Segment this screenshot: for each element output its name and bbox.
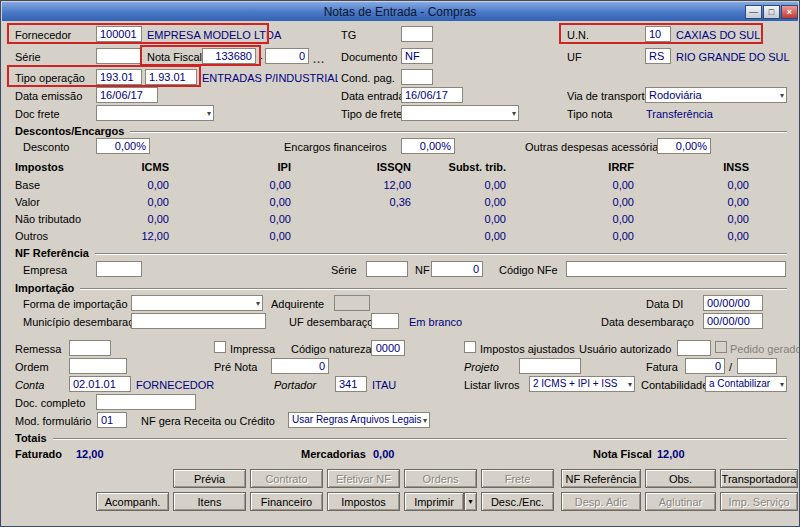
cond-pag-field[interactable] (401, 69, 433, 85)
importacao-section-header: Importação (15, 281, 787, 295)
nota-fiscal-sub-field[interactable]: 0 (265, 48, 309, 64)
municipio-desembaraco-field[interactable] (131, 313, 266, 329)
documento-label: Documento (341, 50, 397, 64)
encargos-field[interactable]: 0,00% (401, 138, 455, 154)
data-desembaraco-field[interactable]: 00/00/00 (703, 313, 763, 329)
impostos-button[interactable]: Impostos (327, 492, 400, 511)
tax-value: 0,00 (221, 212, 291, 226)
nf-referencia-button[interactable]: NF Referência (561, 469, 641, 488)
impressa-checkbox[interactable] (214, 341, 226, 353)
adquirente-field (334, 295, 370, 311)
transportadora-button[interactable]: Transportadora (720, 469, 798, 488)
data-di-field[interactable]: 00/00/00 (703, 295, 763, 311)
tax-value: 0,00 (679, 178, 749, 192)
uf-desembaraco-field[interactable] (371, 313, 399, 329)
fatura-field-2[interactable] (737, 358, 777, 374)
mod-formulario-label: Mod. formulário (15, 414, 91, 428)
descontos-section-header: Descontos/Encargos (15, 124, 787, 138)
projeto-label: Projeto (464, 360, 499, 374)
desconto-field[interactable]: 0,00% (96, 138, 150, 154)
un-name-text: CAXIAS DO SUL (676, 28, 760, 42)
imprimir-dropdown-button[interactable]: ▾ (464, 492, 477, 511)
impostos-row-valor: Valor 0,00 0,00 0,36 0,00 0,00 0,00 (1, 195, 799, 210)
tax-value: 0,00 (221, 195, 291, 209)
tipo-operacao-code-field[interactable]: 193.01 (96, 69, 142, 85)
impostos-ajustados-checkbox[interactable] (464, 341, 476, 353)
usuario-autorizado-field[interactable] (677, 340, 711, 356)
close-button[interactable]: × (781, 5, 798, 19)
data-entrada-field[interactable]: 16/06/17 (401, 87, 463, 103)
impressa-checkbox-label: Impressa (230, 342, 275, 356)
nf-gera-select[interactable]: Usar Regras Arquivos Legais ▾ (288, 412, 430, 428)
acompanh-button[interactable]: Acompanh. (96, 492, 169, 511)
fornecedor-label: Fornecedor (15, 28, 71, 42)
un-label: U.N. (567, 28, 589, 42)
forma-importacao-label: Forma de importação (23, 297, 128, 311)
uf-label: UF (567, 50, 582, 64)
nota-fiscal-number-field[interactable]: 133680 (202, 48, 256, 64)
desc-enc-button[interactable]: Desc./Enc. (481, 492, 554, 511)
tax-value: 0,00 (679, 195, 749, 209)
tax-value: 0,00 (564, 195, 634, 209)
fatura-field[interactable]: 0 (685, 358, 725, 374)
doc-completo-field[interactable] (96, 394, 196, 410)
tax-value: 0,00 (99, 195, 169, 209)
tipo-nota-value[interactable]: Transferência (646, 107, 713, 121)
conta-label: Conta (15, 378, 44, 392)
nf-ref-nf-field[interactable]: 0 (431, 261, 483, 277)
impostos-ajustados-checkbox-label: Impostos ajustados (480, 342, 575, 356)
nota-fiscal-browse-button[interactable]: ... (313, 53, 325, 65)
totais-nota-fiscal-label: Nota Fiscal (593, 447, 652, 461)
outras-despesas-field[interactable]: 0,00% (657, 138, 711, 154)
impostos-row-base: Base 0,00 0,00 12,00 0,00 0,00 0,00 (1, 178, 799, 193)
column-header-inss: INSS (679, 160, 749, 174)
obs-button[interactable]: Obs. (645, 469, 716, 488)
tg-field[interactable] (401, 26, 433, 42)
tax-value: 0,00 (564, 178, 634, 192)
chevron-down-icon: ▾ (207, 108, 211, 119)
minimize-button[interactable]: — (745, 5, 762, 19)
tipo-operacao-cfop-field[interactable]: 1.93.01 (145, 69, 197, 85)
tipo-frete-select[interactable]: ▾ (401, 105, 519, 121)
forma-importacao-select[interactable]: ▾ (131, 295, 263, 311)
contabilidade-select[interactable]: a Contabilizar ▾ (705, 376, 787, 392)
projeto-field[interactable] (519, 358, 581, 374)
mod-formulario-field[interactable]: 01 (97, 412, 127, 428)
portador-field[interactable]: 341 (335, 376, 367, 392)
tax-value: 0,00 (426, 178, 506, 192)
previa-button[interactable]: Prévia (173, 469, 246, 488)
uf-desembaraco-status-text: Em branco (409, 315, 462, 329)
data-emissao-field[interactable]: 16/06/17 (96, 87, 158, 103)
codigo-natureza-field[interactable]: 0000 (371, 340, 405, 356)
serie-field[interactable] (96, 48, 142, 64)
totais-nota-fiscal-value: 12,00 (657, 447, 685, 461)
doc-frete-select[interactable]: ▾ (96, 105, 214, 121)
outras-despesas-label: Outras despesas acessórias (525, 140, 664, 154)
pre-nota-field[interactable]: 0 (271, 358, 329, 374)
financeiro-button[interactable]: Financeiro (250, 492, 323, 511)
imprimir-button[interactable]: Imprimir (404, 492, 464, 511)
section-rule (95, 253, 787, 255)
empresa-field[interactable] (96, 261, 142, 277)
chevron-down-icon: ▾ (423, 415, 427, 426)
codigo-nfe-field[interactable] (566, 261, 786, 277)
encargos-label: Encargos financeiros (284, 140, 387, 154)
listar-livros-select[interactable]: 2 ICMS + IPI + ISS ▾ (529, 376, 635, 392)
section-rule (80, 288, 787, 290)
data-entrada-label: Data entrada (341, 89, 405, 103)
via-transporte-select[interactable]: Rodoviária ▾ (645, 87, 787, 103)
uf-code-field[interactable]: RS (645, 48, 671, 64)
desp-adic-button: Desp. Adic (561, 492, 641, 511)
remessa-field[interactable] (69, 340, 111, 356)
conta-field[interactable]: 02.01.01 (69, 376, 131, 392)
documento-field[interactable]: NF (401, 48, 433, 64)
ordem-field[interactable] (69, 358, 127, 374)
cond-pag-label: Cond. pag. (341, 71, 395, 85)
nf-ref-serie-field[interactable] (366, 261, 408, 277)
un-code-field[interactable]: 10 (645, 26, 671, 42)
window-title: Notas de Entrada - Compras (2, 5, 798, 19)
fornecedor-code-field[interactable]: 100001 (96, 26, 142, 42)
maximize-button[interactable]: □ (763, 5, 780, 19)
itens-button[interactable]: Itens (173, 492, 246, 511)
serie-label: Série (15, 50, 41, 64)
